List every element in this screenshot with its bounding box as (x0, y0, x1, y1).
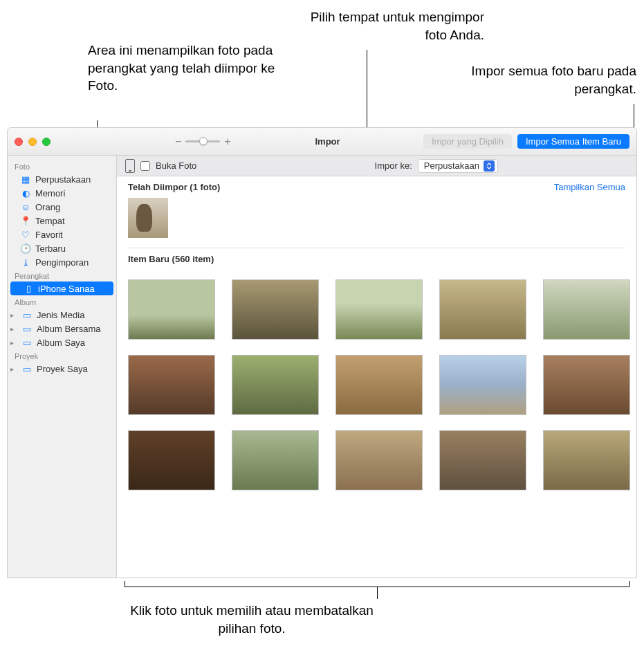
photo-thumbnail[interactable] (439, 279, 526, 340)
callout-import-dest: Pilih tempat untuk mengimpor foto Anda. (304, 8, 484, 44)
callout-click-select: Klik foto untuk memilih atau membatalkan… (120, 602, 383, 637)
import-toolbar: Buka Foto Impor ke: Perpustakaan (117, 156, 636, 176)
stack-icon: ▭ (21, 323, 33, 334)
import-to-select[interactable]: Perpustakaan (418, 159, 498, 173)
sidebar-section-proyek: Proyek (8, 349, 116, 362)
photo-thumbnail[interactable] (232, 279, 319, 340)
photo-thumbnail[interactable] (543, 279, 630, 340)
import-selected-button[interactable]: Impor yang Dipilih (423, 134, 512, 149)
photo-thumbnail[interactable] (335, 279, 423, 340)
import-icon: ⤓ (20, 257, 31, 268)
app-window: − + Impor Impor yang Dipilih Impor Semua… (7, 127, 637, 578)
device-icon (125, 159, 135, 173)
already-imported-section: Telah Diimpor (1 foto) Tampilkan Semua (117, 176, 636, 248)
stack-icon: ▭ (21, 337, 33, 348)
window-title: Impor (315, 136, 340, 147)
sidebar-item-label: Album Saya (37, 338, 85, 348)
callout-imported-area: Area ini menampilkan foto pada perangkat… (88, 41, 282, 95)
titlebar: − + Impor Impor yang Dipilih Impor Semua… (8, 128, 636, 156)
close-button[interactable] (15, 138, 23, 146)
maximize-button[interactable] (42, 138, 50, 146)
sidebar-item-memori[interactable]: ◐Memori (8, 186, 116, 200)
sidebar-section-perangkat: Perangkat (8, 269, 116, 282)
stack-icon: ▭ (21, 309, 33, 320)
sidebar-item-device[interactable]: ▯iPhone Sanaa (10, 282, 113, 295)
photo-thumbnail[interactable] (335, 355, 423, 415)
photo-thumbnail[interactable] (128, 430, 215, 490)
photo-grid (117, 273, 636, 490)
sidebar-item-label: Perpustakaan (35, 174, 91, 185)
photo-thumbnail[interactable] (335, 430, 423, 490)
photo-thumbnail[interactable] (543, 355, 630, 415)
open-photos-checkbox[interactable] (140, 161, 150, 171)
zoom-in-icon[interactable]: + (224, 136, 230, 148)
sidebar-item-label: Album Bersama (37, 324, 100, 334)
sidebar-item-orang[interactable]: ☺Orang (8, 200, 116, 214)
sidebar-item-pengimporan[interactable]: ⤓Pengimporan (8, 255, 116, 269)
people-icon: ☺ (20, 201, 31, 212)
chevron-right-icon: ▸ (10, 365, 17, 373)
photo-thumbnail[interactable] (439, 430, 526, 490)
photo-thumbnail[interactable] (543, 430, 630, 490)
sidebar-item-label: Memori (35, 188, 65, 199)
callout-line (377, 587, 378, 599)
minimize-button[interactable] (28, 138, 37, 146)
library-icon: ▦ (20, 174, 31, 185)
sidebar-item-favorit[interactable]: ♡Favorit (8, 228, 116, 241)
imported-thumbnail[interactable] (128, 198, 168, 238)
sidebar-section-foto: Foto (8, 160, 116, 172)
zoom-thumb[interactable] (199, 137, 208, 145)
new-items-label: Item Baru (560 item) (128, 254, 214, 264)
sidebar-item-label: iPhone Sanaa (38, 284, 95, 294)
zoom-control: − + (175, 136, 231, 148)
photo-thumbnail[interactable] (128, 355, 215, 415)
sidebar-item-label: Terbaru (35, 243, 66, 254)
sidebar: Foto ▦Perpustakaan ◐Memori ☺Orang 📍Tempa… (8, 156, 117, 578)
phone-icon: ▯ (23, 283, 34, 294)
sidebar-item-album-bersama[interactable]: ▸▭Album Bersama (8, 322, 116, 335)
sidebar-item-tempat[interactable]: 📍Tempat (8, 214, 116, 228)
callout-line (629, 581, 630, 587)
sidebar-item-label: Jenis Media (37, 310, 84, 320)
sidebar-item-label: Proyek Saya (37, 364, 88, 374)
callout-line (634, 104, 634, 128)
import-to-value: Perpustakaan (424, 160, 479, 171)
sidebar-item-label: Favorit (35, 230, 63, 240)
sidebar-item-proyek-saya[interactable]: ▸▭Proyek Saya (8, 362, 116, 376)
callout-import-all: Impor semua foto baru pada perangkat. (443, 62, 636, 98)
sidebar-item-perpustakaan[interactable]: ▦Perpustakaan (8, 172, 116, 186)
import-all-new-button[interactable]: Impor Semua Item Baru (517, 134, 629, 149)
chevron-updown-icon (484, 160, 495, 172)
folder-icon: ▭ (21, 363, 33, 374)
zoom-slider[interactable] (185, 140, 220, 142)
recent-icon: 🕑 (20, 243, 31, 254)
sidebar-item-jenis-media[interactable]: ▸▭Jenis Media (8, 308, 116, 322)
already-imported-label: Telah Diimpor (1 foto) (128, 182, 220, 192)
import-to-label: Impor ke: (375, 160, 412, 171)
chevron-right-icon: ▸ (10, 311, 17, 319)
sidebar-item-label: Orang (35, 202, 60, 212)
content-area: Buka Foto Impor ke: Perpustakaan Telah D… (117, 156, 636, 578)
photo-thumbnail[interactable] (232, 355, 319, 415)
photo-thumbnail[interactable] (439, 355, 526, 415)
heart-icon: ♡ (20, 229, 31, 240)
sidebar-item-terbaru[interactable]: 🕑Terbaru (8, 241, 116, 255)
chevron-right-icon: ▸ (10, 325, 17, 333)
memories-icon: ◐ (20, 187, 31, 199)
zoom-out-icon[interactable]: − (175, 136, 181, 148)
places-icon: 📍 (20, 215, 31, 226)
open-photos-label: Buka Foto (156, 160, 196, 171)
sidebar-item-label: Pengimporan (35, 257, 89, 268)
photo-thumbnail[interactable] (232, 430, 319, 490)
new-items-section: Item Baru (560 item) (117, 248, 636, 273)
callout-line (125, 581, 125, 587)
show-all-link[interactable]: Tampilkan Semua (554, 182, 625, 192)
chevron-right-icon: ▸ (10, 339, 17, 347)
sidebar-item-album-saya[interactable]: ▸▭Album Saya (8, 335, 116, 349)
photo-thumbnail[interactable] (128, 279, 215, 340)
sidebar-section-album: Album (8, 295, 116, 308)
sidebar-item-label: Tempat (35, 216, 65, 226)
traffic-lights (15, 138, 50, 146)
